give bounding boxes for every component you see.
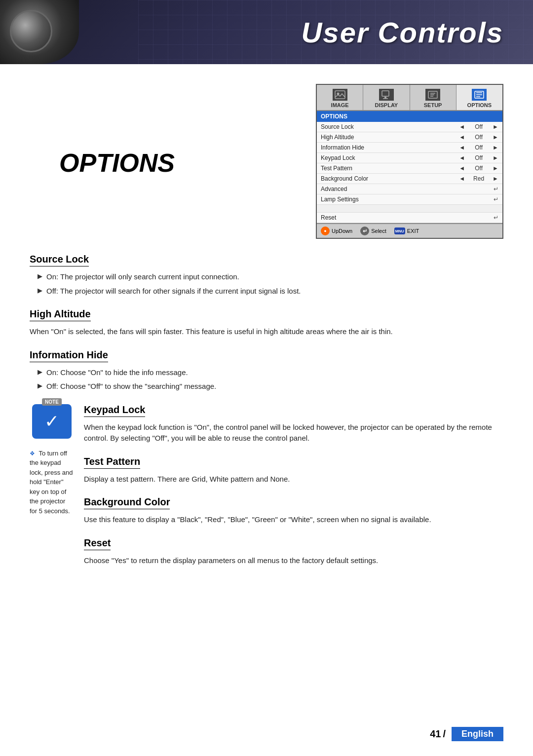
tab-image[interactable]: IMAGE: [317, 85, 363, 110]
menu-section-header: OPTIONS: [317, 111, 502, 122]
test-pattern-title: Test Pattern: [84, 456, 140, 469]
menu-row-test-pattern[interactable]: Test Pattern ◄ Off ►: [317, 163, 502, 174]
display-icon: [379, 89, 394, 101]
background-color-label: Background Color: [321, 175, 459, 182]
high-altitude-value: Off: [469, 134, 489, 141]
menu-row-high-altitude[interactable]: High Altitude ◄ Off ►: [317, 132, 502, 143]
information-hide-arrow-left: ◄: [459, 144, 465, 151]
advanced-label: Advanced: [321, 186, 494, 192]
test-pattern-label: Test Pattern: [321, 165, 459, 172]
svg-rect-4: [383, 98, 388, 99]
background-color-value: Red: [469, 175, 489, 182]
reset-text: Choose "Yes" to return the display param…: [84, 555, 503, 567]
note-area: ✓ ❖ To turn off the keypad lock, press a…: [0, 404, 533, 578]
test-pattern-text: Display a test pattern. There are Grid, …: [84, 474, 503, 485]
information-hide-bullet-text-1: On: Choose "On" to hide the info message…: [46, 367, 188, 378]
section-reset: Reset Choose "Yes" to return the display…: [84, 537, 503, 567]
high-altitude-title: High Altitude: [30, 308, 91, 321]
menu-row-lamp-settings[interactable]: Lamp Settings ↵: [317, 194, 502, 205]
select-label: Select: [371, 228, 386, 234]
menu-row-source-lock[interactable]: Source Lock ◄ Off ►: [317, 122, 502, 132]
footer-exit: MNU EXIT: [394, 227, 419, 234]
menu-tabs: IMAGE DISPLAY: [317, 85, 502, 111]
information-hide-label: Information Hide: [321, 144, 459, 151]
page-number: 41: [430, 728, 441, 740]
advanced-enter: ↵: [494, 186, 498, 192]
tab-image-label: IMAGE: [331, 102, 349, 108]
background-color-arrow-right: ►: [493, 175, 498, 182]
exit-btn: MNU: [394, 227, 405, 234]
background-color-text: Use this feature to display a "Black", "…: [84, 514, 503, 526]
menu-row-keypad-lock[interactable]: Keypad Lock ◄ Off ►: [317, 153, 502, 163]
tab-display[interactable]: DISPLAY: [363, 85, 410, 110]
section-source-lock: Source Lock ▶ On: The projector will onl…: [30, 254, 503, 297]
left-column: OPTIONS: [30, 79, 237, 239]
note-text: ❖ To turn off the keypad lock, press and…: [30, 449, 74, 516]
page-divider: /: [443, 728, 446, 740]
source-lock-bullet-1: ▶ On: The projector will only search cur…: [30, 271, 503, 283]
tab-options[interactable]: OPTIONS: [457, 85, 502, 110]
page-title: User Controls: [301, 16, 503, 49]
tab-display-label: DISPLAY: [375, 102, 398, 108]
menu-row-reset[interactable]: Reset ↵: [317, 213, 502, 223]
menu-row-advanced[interactable]: Advanced ↵: [317, 184, 502, 194]
high-altitude-arrow-right: ►: [493, 134, 498, 141]
section-high-altitude: High Altitude When "On" is selected, the…: [30, 308, 503, 338]
section-test-pattern: Test Pattern Display a test pattern. The…: [84, 456, 503, 485]
svg-rect-3: [384, 97, 386, 98]
reset-title: Reset: [84, 537, 111, 550]
footer-updown: ● UpDown: [321, 227, 352, 235]
bullet-arrow-icon: ▶: [38, 287, 42, 294]
tab-setup-label: SETUP: [424, 102, 442, 108]
source-lock-arrow-left: ◄: [459, 123, 465, 130]
source-lock-bullet-text-1: On: The projector will only search curre…: [46, 271, 239, 283]
lens-decoration: [0, 0, 79, 64]
bullet-arrow-icon: ▶: [38, 368, 42, 376]
menu-row-information-hide[interactable]: Information Hide ◄ Off ►: [317, 143, 502, 153]
keypad-lock-title: Keypad Lock: [84, 404, 145, 417]
options-icon: [472, 89, 487, 101]
menu-row-background-color[interactable]: Background Color ◄ Red ►: [317, 174, 502, 184]
note-right-content: Keypad Lock When the keypad lock functio…: [84, 404, 503, 578]
test-pattern-arrow-right: ►: [493, 165, 498, 172]
descriptions: Source Lock ▶ On: The projector will onl…: [0, 254, 533, 392]
source-lock-bullet-2: ▶ Off: The projector will search for oth…: [30, 286, 503, 297]
menu-footer: ● UpDown ↵ Select MNU EXIT: [317, 223, 502, 238]
keypad-lock-text: When the keypad lock function is "On", t…: [84, 422, 503, 444]
note-box: ✓ ❖ To turn off the keypad lock, press a…: [30, 404, 74, 578]
updown-label: UpDown: [332, 228, 352, 234]
page-language: English: [452, 727, 503, 741]
keypad-lock-arrow-left: ◄: [459, 154, 465, 161]
information-hide-bullet-1: ▶ On: Choose "On" to hide the info messa…: [30, 367, 503, 378]
note-badge: ✓: [32, 404, 72, 439]
exit-label: EXIT: [407, 228, 419, 234]
bullet-arrow-icon: ▶: [38, 382, 42, 389]
information-hide-bullet-2: ▶ Off: Choose "Off" to show the "searchi…: [30, 381, 503, 392]
note-checkmark-icon: ✓: [44, 411, 59, 432]
lamp-settings-label: Lamp Settings: [321, 196, 494, 203]
keypad-lock-label: Keypad Lock: [321, 154, 459, 161]
keypad-lock-value: Off: [469, 154, 489, 161]
information-hide-arrow-right: ►: [493, 144, 498, 151]
setup-icon: [425, 89, 440, 101]
test-pattern-value: Off: [469, 165, 489, 172]
background-color-title: Background Color: [84, 496, 170, 509]
high-altitude-arrow-left: ◄: [459, 134, 465, 141]
information-hide-title: Information Hide: [30, 349, 108, 362]
source-lock-bullet-text-2: Off: The projector will search for other…: [46, 286, 301, 297]
information-hide-bullet-text-2: Off: Choose "Off" to show the "searching…: [46, 381, 216, 392]
select-btn: ↵: [360, 227, 369, 235]
section-information-hide: Information Hide ▶ On: Choose "On" to hi…: [30, 349, 503, 392]
source-lock-value: Off: [469, 123, 489, 130]
footer-select: ↵ Select: [360, 227, 386, 235]
bullet-arrow-icon: ▶: [38, 272, 42, 280]
tab-setup[interactable]: SETUP: [410, 85, 457, 110]
options-title: OPTIONS: [59, 148, 227, 178]
lamp-settings-enter: ↵: [494, 196, 498, 203]
menu-panel: IMAGE DISPLAY: [316, 84, 503, 239]
background-color-arrow-left: ◄: [459, 175, 465, 182]
updown-btn: ●: [321, 227, 330, 235]
note-text-content: To turn off the keypad lock, press and h…: [30, 450, 73, 515]
page-footer: 41 / English: [430, 727, 503, 741]
right-column: IMAGE DISPLAY: [237, 79, 503, 239]
